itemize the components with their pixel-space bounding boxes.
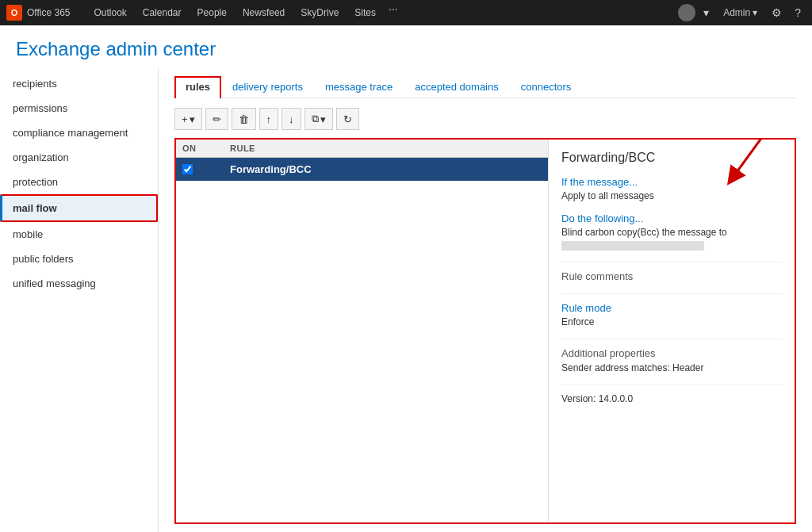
col-header-on: ON <box>182 144 230 153</box>
col-header-rule: RULE <box>230 144 542 153</box>
nav-calendar[interactable]: Calendar <box>135 0 190 25</box>
detail-section-version: Version: 14.0.0.0 <box>561 393 782 404</box>
tab-connectors[interactable]: connectors <box>510 76 583 98</box>
user-dropdown-button[interactable]: ▾ <box>699 0 714 25</box>
detail-panel: Forwarding/BCC If the message... Apply t… <box>549 140 795 522</box>
detail-section-rule-comments: Rule comments <box>561 270 782 282</box>
detail-section-additional-properties: Additional properties Sender address mat… <box>561 347 782 373</box>
do-following-value: Blind carbon copy(Bcc) the message to <box>561 227 782 238</box>
copy-icon: ⧉ <box>312 113 319 125</box>
delete-icon: 🗑 <box>239 113 249 125</box>
move-down-icon: ↓ <box>289 113 294 125</box>
nav-newsfeed[interactable]: Newsfeed <box>235 0 293 25</box>
copy-button[interactable]: ⧉ ▾ <box>304 108 333 130</box>
sidebar-item-mobile[interactable]: mobile <box>0 222 158 247</box>
if-message-value: Apply to all messages <box>561 190 782 201</box>
page-title: Exchange admin center <box>0 25 812 68</box>
move-up-icon: ↑ <box>266 113 272 125</box>
table-header: ON RULE <box>176 140 548 158</box>
sidebar-item-organization[interactable]: organization <box>0 145 158 170</box>
tab-accepted-domains[interactable]: accepted domains <box>404 76 510 98</box>
nav-skydrive[interactable]: SkyDrive <box>293 0 347 25</box>
row-rule-name: Forwarding/BCC <box>230 163 542 175</box>
sidebar-item-permissions[interactable]: permissions <box>0 96 158 121</box>
content-area: recipients permissions compliance manage… <box>0 68 812 532</box>
nav-outlook[interactable]: Outlook <box>86 0 134 25</box>
sidebar-item-mail-flow[interactable]: mail flow <box>0 194 158 222</box>
admin-label: Admin <box>723 7 750 18</box>
add-dropdown-icon: ▾ <box>190 113 195 125</box>
if-message-label: If the message... <box>561 176 782 188</box>
page-container: Exchange admin center recipients permiss… <box>0 25 812 532</box>
add-icon: + <box>182 113 188 125</box>
detail-divider-4 <box>561 385 782 385</box>
refresh-icon: ↻ <box>343 113 352 125</box>
sidebar-item-recipients[interactable]: recipients <box>0 71 158 96</box>
nav-more-dots[interactable]: ... <box>384 0 403 25</box>
admin-dropdown-icon: ▾ <box>753 7 757 18</box>
sidebar: recipients permissions compliance manage… <box>0 68 159 532</box>
detail-section-if-message: If the message... Apply to all messages <box>561 176 782 201</box>
top-nav-links: Outlook Calendar People Newsfeed SkyDriv… <box>86 0 678 25</box>
detail-divider-1 <box>561 262 782 262</box>
sidebar-item-unified-messaging[interactable]: unified messaging <box>0 271 158 296</box>
settings-icon-button[interactable]: ⚙ <box>767 0 787 25</box>
top-navigation: O Office 365 Outlook Calendar People New… <box>0 0 812 25</box>
sidebar-item-public-folders[interactable]: public folders <box>0 247 158 271</box>
row-checkbox[interactable] <box>182 164 230 174</box>
rules-table: ON RULE Forwarding/BCC <box>176 140 549 522</box>
table-body: Forwarding/BCC <box>176 158 548 522</box>
move-down-button[interactable]: ↓ <box>282 108 301 130</box>
detail-title: Forwarding/BCC <box>561 151 782 165</box>
rule-mode-value: Enforce <box>561 316 782 327</box>
refresh-button[interactable]: ↻ <box>336 108 359 130</box>
add-button[interactable]: + ▾ <box>174 108 202 130</box>
top-nav-right: ▾ Admin ▾ ⚙ ? <box>678 0 806 25</box>
main-content: rules delivery reports message trace acc… <box>159 68 812 532</box>
rule-mode-label: Rule mode <box>561 302 782 314</box>
nav-sites[interactable]: Sites <box>347 0 384 25</box>
office-logo[interactable]: O Office 365 <box>6 5 70 21</box>
toolbar: + ▾ ✏ 🗑 ↑ ↓ ⧉ ▾ <box>174 108 796 130</box>
detail-divider-3 <box>561 339 782 339</box>
tab-rules[interactable]: rules <box>174 76 221 98</box>
table-row[interactable]: Forwarding/BCC <box>176 158 548 182</box>
sidebar-item-compliance-management[interactable]: compliance management <box>0 121 158 145</box>
tab-message-trace[interactable]: message trace <box>314 76 404 98</box>
nav-people[interactable]: People <box>190 0 235 25</box>
detail-divider-2 <box>561 293 782 294</box>
admin-menu-button[interactable]: Admin ▾ <box>717 7 764 18</box>
edit-button[interactable]: ✏ <box>205 108 228 130</box>
user-avatar[interactable] <box>678 4 695 21</box>
help-icon-button[interactable]: ? <box>790 0 806 25</box>
sidebar-item-protection[interactable]: protection <box>0 170 158 194</box>
copy-dropdown-icon: ▾ <box>320 113 326 125</box>
redacted-value <box>561 241 704 251</box>
office-brand-label: Office 365 <box>27 7 70 18</box>
detail-section-rule-mode: Rule mode Enforce <box>561 302 782 327</box>
tab-delivery-reports[interactable]: delivery reports <box>221 76 314 98</box>
rule-enabled-checkbox[interactable] <box>182 164 193 174</box>
do-following-label: Do the following... <box>561 212 782 224</box>
detail-section-do-following: Do the following... Blind carbon copy(Bc… <box>561 212 782 251</box>
move-up-button[interactable]: ↑ <box>259 108 279 130</box>
sub-navigation: rules delivery reports message trace acc… <box>174 68 796 98</box>
table-area: ON RULE Forwarding/BCC <box>174 138 796 524</box>
rule-comments-label: Rule comments <box>561 270 782 282</box>
delete-button[interactable]: 🗑 <box>232 108 256 130</box>
office-icon: O <box>6 5 22 21</box>
version-label: Version: 14.0.0.0 <box>561 393 782 404</box>
additional-properties-value: Sender address matches: Header <box>561 362 782 373</box>
additional-properties-label: Additional properties <box>561 347 782 359</box>
edit-icon: ✏ <box>213 113 221 125</box>
